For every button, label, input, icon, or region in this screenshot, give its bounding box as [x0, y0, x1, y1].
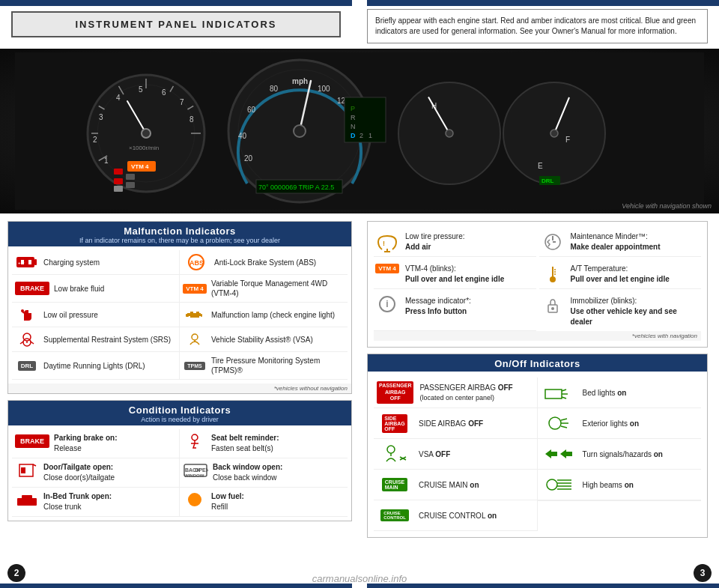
svg-rect-58 [114, 178, 123, 184]
tire-pressure-icon: ! [374, 231, 401, 252]
passenger-airbag-icon: PASSENGERAIRBAGOFF [377, 382, 413, 403]
vsa-label: Vehicle Stability Assist® (VSA) [211, 335, 313, 345]
indicator-brake-fluid: BRAKE Low brake fluid [12, 275, 180, 303]
right-panel: ! Low tire pressure: Add air [367, 221, 708, 544]
oil-label: Low oil pressure [43, 310, 98, 320]
message-text: Message indicator*: Press Info button [405, 296, 471, 317]
onoff-cruise-main: CRUISEMAIN CRUISE MAIN on [374, 470, 538, 500]
svg-text:F: F [565, 136, 570, 144]
indicator-drl: DRL Daytime Running Lights (DRL) [12, 352, 180, 380]
onoff-passenger-airbag: PASSENGERAIRBAGOFF PASSENGER AIRBAG OFF … [374, 378, 538, 408]
parking-brake-icon: BRAKE [15, 433, 49, 449]
malfunction-subtitle: If an indicator remains on, there may be… [8, 237, 351, 244]
condition-trunk: In-Bed Trunk open: Close trunk [12, 488, 180, 517]
dashboard-svg: 1 2 3 4 5 6 7 8 ×1000r/min VTM 4 2 [15, 52, 704, 210]
info-at-temp: A/T Temperature: Pull over and let engin… [539, 260, 702, 289]
drl-icon: DRL [15, 357, 39, 374]
malfunction-grid: + − Charging system ABS Anti-Lock Brake … [8, 246, 351, 384]
info-text: Briefly appear with each engine start. R… [375, 16, 696, 35]
trunk-text: In-Bed Trunk open: Close trunk [43, 491, 112, 512]
svg-text:×1000r/min: ×1000r/min [129, 145, 159, 151]
svg-text:40: 40 [238, 132, 247, 140]
fuel-icon [183, 491, 207, 508]
indicator-charging: + − Charging system [12, 250, 180, 275]
at-temp-icon [539, 264, 566, 285]
svg-point-48 [446, 130, 453, 137]
page-number-left: 2 [7, 564, 25, 582]
svg-text:N: N [351, 123, 356, 130]
vtm4-blinks-text: VTM-4 (blinks): Pull over and let engine… [405, 264, 504, 285]
fuel-text: Low fuel: Refill [211, 491, 244, 512]
svg-text:DRL: DRL [541, 178, 554, 184]
onoff-vsa: VSA OFF [374, 439, 538, 470]
cruise-control-text: CRUISE CONTROL on [419, 511, 497, 521]
svg-text:8: 8 [189, 115, 194, 124]
svg-text:3: 3 [99, 113, 103, 121]
svg-point-94 [550, 276, 556, 282]
turn-signals-text: Turn signals/hazards on [583, 449, 663, 459]
title-text: INSTRUMENT PANEL INDICATORS [76, 19, 277, 30]
right-info-section: ! Low tire pressure: Add air [367, 221, 708, 348]
indicator-vtm4: VTM 4 Variable Torque Management 4WD (VT… [180, 275, 348, 303]
svg-text:4: 4 [116, 94, 121, 102]
svg-text:ABS: ABS [189, 259, 204, 267]
bed-lights-icon [541, 382, 577, 403]
onoff-header: On/Off Indicators [368, 354, 707, 372]
onoff-turn-signals: Turn signals/hazards on [538, 439, 702, 470]
tire-pressure-text: Low tire pressure: Add air [405, 231, 464, 252]
onoff-side-airbag: SIDEAIRBAGOFF SIDE AIRBAG OFF [374, 408, 538, 439]
passenger-airbag-text: PASSENGER AIRBAG OFF (located on center … [419, 383, 512, 403]
oil-icon [15, 306, 39, 323]
svg-text:1: 1 [368, 132, 372, 139]
svg-rect-70 [201, 314, 202, 317]
svg-line-98 [562, 390, 566, 391]
condition-seatbelt: Seat belt reminder: Fasten seat belt(s) [180, 429, 348, 458]
drl-label: Daytime Running Lights (DRL) [43, 361, 145, 371]
door-icon [15, 462, 39, 479]
top-bar-left [0, 0, 352, 6]
condition-section: Condition Indicators Action is needed by… [7, 400, 352, 521]
svg-rect-69 [186, 314, 189, 317]
svg-text:D: D [351, 132, 356, 139]
svg-rect-57 [126, 174, 135, 180]
exterior-lights-icon [541, 413, 577, 434]
onoff-high-beams: High beams on [538, 470, 702, 500]
svg-line-102 [561, 419, 567, 420]
svg-line-100 [562, 397, 566, 398]
svg-rect-81 [21, 467, 25, 473]
svg-point-101 [549, 417, 561, 429]
svg-point-76 [192, 334, 198, 340]
svg-point-20 [142, 129, 151, 138]
high-beams-icon [541, 474, 577, 495]
svg-text:R: R [351, 114, 356, 121]
malfunction-section: Malfunction Indicators If an indicator r… [7, 221, 352, 394]
onoff-cruise-control: CRUISECONTROL CRUISE CONTROL on [374, 500, 538, 531]
bottom-bar-right [367, 584, 719, 588]
cruise-main-text: CRUISE MAIN on [419, 480, 479, 490]
indicator-tpms: TPMS Tire Pressure Monitoring System (TP… [180, 352, 348, 380]
indicator-abs: ABS Anti-Lock Brake System (ABS) [180, 250, 348, 275]
turn-signals-icon [541, 443, 577, 464]
indicator-oil: Low oil pressure [12, 303, 180, 327]
dashboard-image: 1 2 3 4 5 6 7 8 ×1000r/min VTM 4 2 [0, 49, 719, 213]
svg-point-68 [21, 309, 24, 312]
svg-rect-97 [545, 390, 562, 398]
svg-rect-56 [114, 169, 123, 175]
condition-door: Door/Tailgate open: Close door(s)/tailga… [12, 458, 180, 488]
vtm4-blinks-icon: VTM 4 [374, 264, 401, 273]
svg-text:!: ! [383, 240, 385, 247]
maintenance-text: Maintenance Minder™: Make dealer appoint… [571, 231, 661, 252]
side-airbag-icon: SIDEAIRBAGOFF [377, 413, 413, 434]
svg-text:2: 2 [93, 136, 97, 144]
tpms-label: Tire Pressure Monitoring System (TPMS)® [211, 356, 345, 375]
svg-text:70° 0000069  TRIP A 22.5: 70° 0000069 TRIP A 22.5 [258, 184, 334, 191]
tpms-icon: TPMS [183, 357, 207, 374]
condition-parking-brake: BRAKE Parking brake on: Release [12, 429, 180, 458]
onoff-section: On/Off Indicators PASSENGERAIRBAGOFF PAS… [367, 354, 708, 538]
bottom-bar-left [0, 584, 352, 588]
svg-text:WINDOW: WINDOW [184, 473, 204, 478]
malfunction-title: Malfunction Indicators [8, 225, 351, 237]
right-footnote: *vehicles with navigation [374, 331, 701, 341]
top-bar-right [367, 0, 719, 6]
indicator-srs: Supplemental Restraint System (SRS) [12, 327, 180, 352]
